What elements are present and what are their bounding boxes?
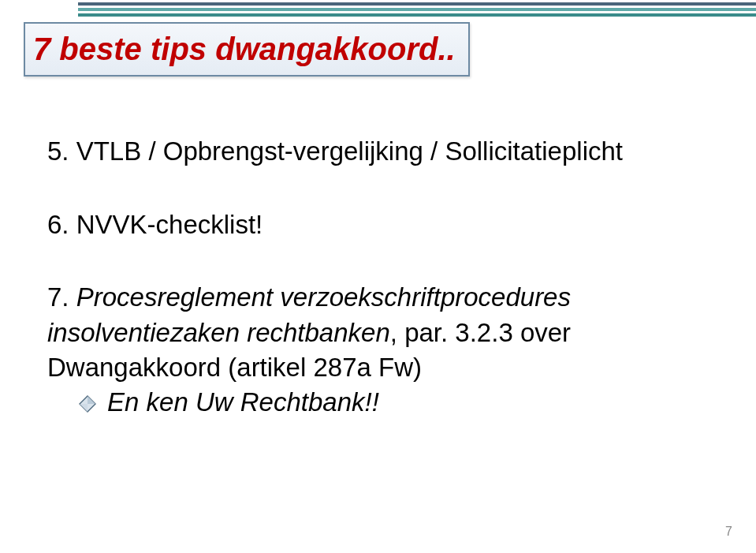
- sub-bullet-text: En ken Uw Rechtbank!!: [107, 387, 379, 417]
- item-text: VTLB / Opbrengst-vergelijking / Sollicit…: [76, 136, 623, 166]
- sub-bullet-row: En ken Uw Rechtbank!!: [47, 387, 709, 417]
- list-item: 5. VTLB / Opbrengst-vergelijking / Solli…: [47, 134, 709, 170]
- stripe: [78, 2, 756, 6]
- list-item: 6. NVVK-checklist!: [47, 207, 709, 243]
- svg-marker-1: [88, 396, 95, 404]
- stripe: [78, 8, 756, 11]
- item-number: 6.: [47, 210, 69, 239]
- item-text: NVVK-checklist!: [76, 210, 263, 239]
- slide-body: 5. VTLB / Opbrengst-vergelijking / Solli…: [47, 134, 709, 417]
- diamond-bullet-icon: [79, 395, 96, 413]
- svg-marker-2: [80, 404, 88, 412]
- slide-title: 7 beste tips dwangakkoord..: [33, 32, 456, 67]
- item-number: 5.: [47, 136, 69, 166]
- title-box: 7 beste tips dwangakkoord..: [24, 22, 470, 77]
- item-number: 7.: [47, 282, 69, 312]
- page-number: 7: [725, 525, 732, 539]
- stripe: [78, 13, 756, 17]
- slide: 7 beste tips dwangakkoord.. 5. VTLB / Op…: [0, 0, 756, 553]
- list-item: 7. Procesreglement verzoekschriftprocedu…: [47, 280, 709, 386]
- decorative-stripes: [78, 0, 756, 21]
